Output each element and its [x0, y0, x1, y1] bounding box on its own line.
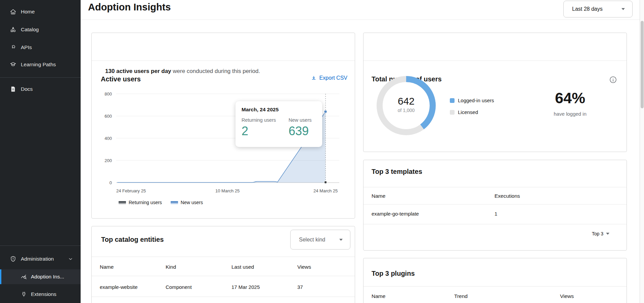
sidebar-item-learning-paths[interactable]: Learning Paths: [0, 57, 81, 72]
legend-item-new-users: New users: [171, 200, 203, 205]
sidebar: Home Catalog APIs Learning Paths D: [0, 0, 81, 303]
licensed-swatch: [450, 110, 455, 115]
column-header-kind: Kind: [166, 264, 176, 270]
sidebar-item-label: APIs: [21, 44, 32, 50]
sidebar-item-administration[interactable]: Administration: [0, 252, 81, 266]
pagination-label: Top 3: [592, 231, 603, 236]
column-header-name: Name: [372, 193, 385, 199]
sidebar-item-label: Home: [21, 9, 35, 15]
returning-users-swatch: [119, 201, 126, 204]
legend-item-returning-users: Returning users: [119, 200, 162, 205]
entity-views-value: 37: [297, 284, 303, 290]
legend-label: New users: [181, 200, 203, 205]
templates-pagination-select[interactable]: Top 3: [592, 231, 609, 236]
card-title: Top catalog entities: [101, 236, 164, 243]
puzzle-icon: [9, 44, 17, 51]
legend-label: Returning users: [129, 200, 162, 205]
donut-value: 642: [373, 96, 440, 107]
sidebar-item-adoption-insights[interactable]: Adoption Ins...: [0, 269, 81, 284]
column-header-executions: Executions: [495, 193, 520, 199]
info-icon[interactable]: [609, 76, 617, 85]
column-header-name: Name: [372, 293, 385, 299]
tooltip-label: New users: [289, 117, 316, 123]
scrollbar-thumb[interactable]: [641, 21, 644, 108]
caret-down-icon: [606, 233, 609, 235]
tooltip-label: Returning users: [242, 117, 289, 123]
template-name-link[interactable]: example-go-template: [372, 211, 419, 217]
sidebar-item-label: Adoption Ins...: [31, 274, 64, 280]
kind-select-value: Select kind: [299, 237, 325, 243]
tooltip-value: 639: [289, 124, 316, 138]
adoption-insights-page: Home Catalog APIs Learning Paths D: [0, 0, 644, 303]
column-header-views: Views: [560, 293, 574, 299]
card-title: Top 3 plugins: [372, 270, 415, 277]
sidebar-item-catalog[interactable]: Catalog: [0, 22, 81, 37]
home-icon: [9, 8, 17, 15]
sidebar-item-label: Learning Paths: [21, 62, 56, 68]
sidebar-item-apis[interactable]: APIs: [0, 40, 81, 55]
card-header-divider: [92, 257, 355, 257]
template-executions-value: 1: [495, 211, 497, 217]
kind-select[interactable]: Select kind: [290, 230, 350, 250]
column-header-trend: Trend: [454, 293, 468, 299]
donut-subvalue: of 1,000: [373, 108, 440, 113]
card-header-divider: [363, 61, 627, 61]
top-plugins-card: Top 3 plugins Name Trend Views: [363, 258, 627, 303]
logged-in-swatch: [450, 98, 455, 103]
sidebar-divider: [0, 77, 81, 78]
x-tick: 10 March 25: [215, 188, 240, 193]
top-templates-card: Top 3 templates Name Executions example-…: [363, 160, 627, 251]
table-divider: [92, 276, 355, 276]
tooltip-value: 2: [242, 124, 289, 138]
table-divider: [92, 297, 355, 297]
top-catalog-entities-card: Top catalog entities Select kind Name Ki…: [91, 226, 355, 303]
sidebar-item-home[interactable]: Home: [0, 4, 81, 19]
shield-exclamation-icon: [9, 255, 17, 263]
x-tick: 24 February 25: [116, 188, 146, 193]
entity-name-link[interactable]: example-website: [100, 284, 138, 290]
legend-item-licensed: Licensed: [450, 109, 478, 115]
catalog-icon: [9, 26, 17, 33]
caret-down-icon: [621, 8, 625, 10]
card-header-divider: [363, 187, 627, 187]
legend-item-logged-in: Logged-in users: [450, 98, 494, 103]
sidebar-item-docs[interactable]: Docs: [0, 82, 81, 97]
percent-value: 64%: [533, 89, 607, 107]
card-header-divider: [363, 286, 627, 287]
tooltip-date: March, 24 2025: [242, 107, 316, 113]
sidebar-item-label: Extensions: [31, 291, 56, 297]
column-header-last-used: Last used: [231, 264, 254, 270]
page-title: Adoption Insights: [88, 2, 171, 13]
sidebar-item-extensions[interactable]: Extensions: [0, 287, 81, 302]
column-header-name: Name: [100, 264, 114, 270]
selected-indicator: [0, 269, 1, 284]
entity-kind-value: Component: [166, 284, 192, 290]
chevron-down-icon: [68, 256, 73, 263]
column-header-views: Views: [297, 264, 311, 270]
sidebar-item-label: Catalog: [21, 27, 39, 33]
entity-last-used-value: 17 Mar 2025: [231, 284, 260, 290]
caret-down-icon: [339, 239, 343, 241]
sidebar-item-label: Docs: [21, 86, 33, 92]
date-range-value: Last 28 days: [572, 6, 603, 12]
new-users-swatch: [171, 201, 178, 204]
table-divider: [363, 224, 627, 224]
sidebar-item-label: Administration: [21, 256, 54, 262]
donut-center-label: 642 of 1,000: [373, 96, 440, 113]
date-range-select[interactable]: Last 28 days: [563, 1, 633, 17]
header-divider: [81, 20, 640, 20]
chart-tooltip: March, 24 2025 Returning users 2 New use…: [235, 101, 322, 147]
table-divider: [363, 204, 627, 204]
x-tick: 24 March 25: [313, 188, 338, 193]
card-title: Top 3 templates: [372, 168, 422, 176]
chart-legend: Returning users New users: [119, 200, 203, 205]
insights-chart-icon: [20, 273, 28, 280]
legend-label: Logged-in users: [458, 98, 494, 103]
document-icon: [9, 85, 17, 93]
active-users-card: Active users Export CSV 130 active users…: [91, 33, 355, 219]
legend-label: Licensed: [458, 109, 478, 115]
percent-caption: have logged in: [533, 111, 607, 117]
vertical-scrollbar: [640, 0, 644, 303]
graduation-cap-icon: [9, 61, 17, 68]
plug-icon: [20, 291, 28, 298]
